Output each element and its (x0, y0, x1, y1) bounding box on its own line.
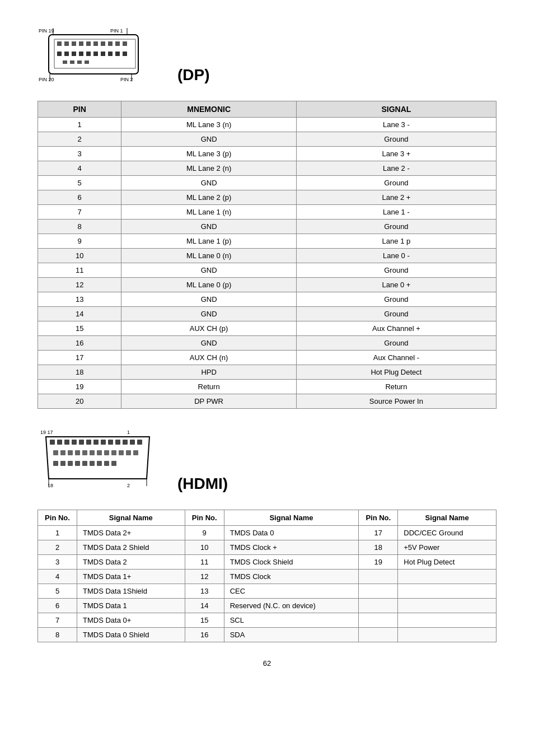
dp-cell-2-1: ML Lane 3 (p) (121, 147, 296, 161)
dp-table-row: 18HPDHot Plug Detect (38, 365, 496, 380)
hdmi-cell-7-4 (359, 628, 398, 642)
svg-rect-50 (68, 450, 73, 455)
page-content: PIN 19 PIN 1 (38, 17, 496, 668)
svg-rect-18 (93, 52, 98, 56)
dp-cell-9-0: 10 (38, 249, 121, 263)
hdmi-cell-1-2: 10 (185, 540, 224, 555)
svg-rect-9 (101, 41, 105, 46)
dp-cell-6-2: Lane 1 - (296, 205, 496, 220)
dp-cell-0-0: 1 (38, 118, 121, 132)
svg-rect-12 (123, 41, 127, 46)
hdmi-cell-7-0: 8 (38, 628, 77, 642)
dp-cell-4-2: Ground (296, 176, 496, 190)
hdmi-cell-7-1: TMDS Data 0 Shield (77, 628, 185, 642)
svg-rect-57 (119, 450, 124, 455)
hdmi-cell-5-4 (359, 599, 398, 613)
dp-table-row: 14GNDGround (38, 307, 496, 321)
dp-cell-3-2: Lane 2 - (296, 161, 496, 176)
hdmi-cell-6-5 (398, 613, 496, 628)
dp-cell-4-0: 5 (38, 176, 121, 190)
svg-rect-52 (82, 450, 87, 455)
dp-cell-17-2: Hot Plug Detect (296, 365, 496, 380)
dp-cell-17-0: 18 (38, 365, 121, 380)
svg-rect-64 (82, 461, 87, 466)
dp-cell-2-2: Lane 3 + (296, 147, 496, 161)
hdmi-cell-1-1: TMDS Data 2 Shield (77, 540, 185, 555)
svg-rect-45 (123, 440, 128, 445)
hdmi-cell-6-0: 7 (38, 613, 77, 628)
svg-rect-37 (64, 440, 69, 445)
hdmi-cell-4-0: 5 (38, 584, 77, 599)
svg-rect-61 (60, 461, 65, 466)
hdmi-table-row: 2TMDS Data 2 Shield10TMDS Clock +18+5V P… (38, 540, 496, 555)
hdmi-cell-4-3: CEC (224, 584, 359, 599)
svg-rect-46 (130, 440, 135, 445)
dp-col-pin: PIN (38, 101, 121, 118)
svg-rect-35 (50, 440, 55, 445)
svg-rect-66 (97, 461, 102, 466)
dp-table-row: 2GNDGround (38, 132, 496, 147)
svg-rect-55 (104, 450, 109, 455)
dp-cell-19-0: 20 (38, 394, 121, 409)
svg-rect-23 (63, 60, 67, 64)
svg-rect-62 (68, 461, 73, 466)
dp-cell-13-0: 14 (38, 307, 121, 321)
svg-rect-5 (72, 41, 76, 46)
hdmi-cell-0-2: 9 (185, 526, 224, 540)
hdmi-cell-0-5: DDC/CEC Ground (398, 526, 496, 540)
hdmi-connector-diagram: 19 17 1 (38, 426, 161, 498)
svg-text:19 17: 19 17 (40, 430, 53, 435)
hdmi-col-signal2: Signal Name (224, 510, 359, 526)
dp-label: (DP) (177, 66, 210, 84)
hdmi-cell-1-3: TMDS Clock + (224, 540, 359, 555)
svg-rect-60 (53, 461, 58, 466)
hdmi-table: Pin No. Signal Name Pin No. Signal Name … (38, 510, 496, 642)
svg-rect-7 (86, 41, 91, 46)
hdmi-cell-3-1: TMDS Data 1+ (77, 570, 185, 584)
dp-table-row: 15AUX CH (p)Aux Channel + (38, 321, 496, 336)
dp-cell-8-1: ML Lane 1 (p) (121, 234, 296, 249)
hdmi-cell-1-4: 18 (359, 540, 398, 555)
hdmi-cell-6-3: SCL (224, 613, 359, 628)
hdmi-cell-0-3: TMDS Data 0 (224, 526, 359, 540)
dp-cell-16-2: Aux Channel - (296, 351, 496, 365)
dp-cell-3-0: 4 (38, 161, 121, 176)
dp-cell-0-2: Lane 3 - (296, 118, 496, 132)
hdmi-cell-5-1: TMDS Data 1 (77, 599, 185, 613)
svg-rect-53 (90, 450, 95, 455)
dp-cell-17-1: HPD (121, 365, 296, 380)
dp-cell-7-1: GND (121, 220, 296, 234)
svg-rect-58 (126, 450, 131, 455)
svg-rect-63 (75, 461, 80, 466)
dp-table-row: 3ML Lane 3 (p)Lane 3 + (38, 147, 496, 161)
dp-cell-5-2: Lane 2 + (296, 190, 496, 205)
svg-rect-13 (57, 52, 62, 56)
dp-table-row: 16GNDGround (38, 336, 496, 351)
dp-cell-12-1: GND (121, 292, 296, 307)
hdmi-col-pinno1: Pin No. (38, 510, 77, 526)
dp-cell-6-1: ML Lane 1 (n) (121, 205, 296, 220)
dp-cell-18-0: 19 (38, 380, 121, 394)
hdmi-cell-1-5: +5V Power (398, 540, 496, 555)
svg-rect-59 (133, 450, 138, 455)
svg-rect-14 (64, 52, 69, 56)
hdmi-cell-5-3: Reserved (N.C. on device) (224, 599, 359, 613)
svg-rect-26 (85, 60, 89, 64)
svg-rect-40 (86, 440, 91, 445)
hdmi-cell-4-5 (398, 584, 496, 599)
dp-table-row: 8GNDGround (38, 220, 496, 234)
svg-rect-47 (137, 440, 142, 445)
dp-table-row: 9ML Lane 1 (p)Lane 1 p (38, 234, 496, 249)
dp-table-row: 13GNDGround (38, 292, 496, 307)
hdmi-cell-6-1: TMDS Data 0+ (77, 613, 185, 628)
hdmi-cell-2-2: 11 (185, 555, 224, 570)
dp-connector-diagram: PIN 19 PIN 1 (38, 22, 161, 90)
dp-cell-0-1: ML Lane 3 (n) (121, 118, 296, 132)
hdmi-cell-4-1: TMDS Data 1Shield (77, 584, 185, 599)
svg-rect-42 (101, 440, 106, 445)
svg-rect-21 (115, 52, 120, 56)
dp-cell-1-1: GND (121, 132, 296, 147)
page-number: 62 (38, 659, 496, 668)
hdmi-cell-5-0: 6 (38, 599, 77, 613)
hdmi-col-pinno2: Pin No. (185, 510, 224, 526)
